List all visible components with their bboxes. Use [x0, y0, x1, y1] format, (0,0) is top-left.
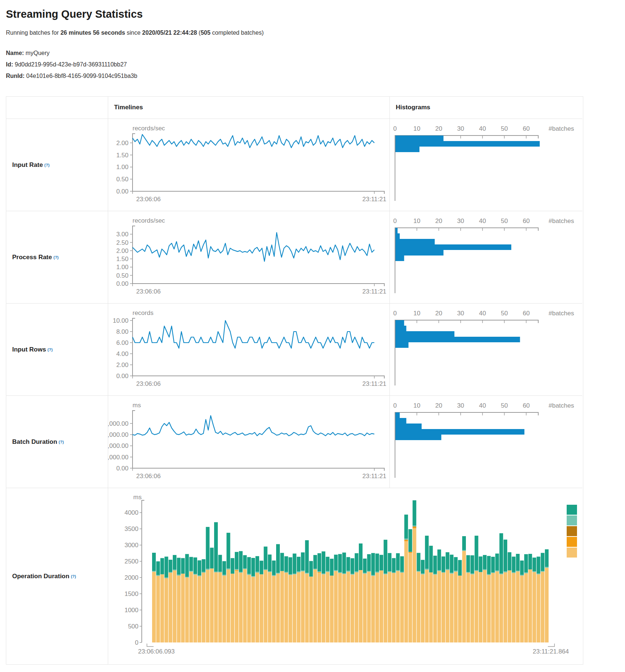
- operation-duration-chart-cell: ms4000350030002500200015001000500023:06:…: [108, 488, 582, 664]
- summary-suffix: completed batches): [210, 30, 264, 36]
- svg-text:0: 0: [393, 310, 396, 317]
- query-id-value: 9d0dd219-995d-423e-b97d-36931110bb27: [15, 61, 127, 68]
- process-rate-timeline: records/sec3.002.502.001.501.000.500.002…: [108, 211, 390, 304]
- batch-duration-timeline-chart: ms4,000.003,000.002,000.001,000.000.0023…: [108, 396, 390, 488]
- svg-text:0.00: 0.00: [116, 465, 128, 472]
- svg-text:2,000.00: 2,000.00: [108, 442, 128, 449]
- completed-batches-count: 505: [200, 30, 210, 36]
- legend-swatch-series-3: [567, 526, 577, 536]
- running-duration: 26 minutes 56 seconds: [61, 30, 125, 36]
- summary-prefix: Running batches for: [6, 30, 61, 36]
- svg-text:0: 0: [135, 639, 138, 646]
- svg-text:60: 60: [523, 310, 530, 317]
- svg-text:0.00: 0.00: [116, 188, 128, 195]
- input-rows-timeline-chart: records10.008.006.004.002.000.0023:06:06…: [108, 304, 390, 396]
- input-rate-histogram-cell: 0102030405060#batches: [390, 119, 582, 211]
- operation-duration-stacked: ms4000350030002500200015001000500023:06:…: [108, 488, 582, 664]
- svg-text:40: 40: [479, 125, 486, 132]
- timelines-column-header: Timelines: [108, 97, 390, 119]
- help-icon[interactable]: (?): [71, 574, 76, 579]
- start-timestamp: 2020/05/21 22:44:28: [142, 30, 197, 36]
- running-batches-summary: Running batches for 26 minutes 56 second…: [6, 30, 619, 36]
- statistics-table: Timelines Histograms Input Rate(?) recor…: [6, 96, 583, 665]
- svg-text:#batches: #batches: [549, 310, 574, 317]
- input-rows-timeline: records10.008.006.004.002.000.0023:06:06…: [108, 304, 390, 396]
- svg-text:0: 0: [393, 402, 396, 409]
- svg-text:3,000.00: 3,000.00: [108, 431, 128, 438]
- svg-text:records/sec: records/sec: [133, 125, 165, 132]
- svg-text:1.50: 1.50: [116, 152, 128, 159]
- svg-text:4,000.00: 4,000.00: [108, 420, 128, 427]
- row-label-batch-duration: Batch Duration(?): [6, 396, 108, 488]
- svg-text:0.50: 0.50: [116, 176, 128, 183]
- input-rows-timeline-cell: records10.008.006.004.002.000.0023:06:06…: [108, 304, 390, 396]
- operation-duration-stacked-chart: ms4000350030002500200015001000500023:06:…: [108, 488, 582, 664]
- query-meta: Name: myQuery Id: 9d0dd219-995d-423e-b97…: [6, 47, 619, 82]
- input-rate-timeline-cell: records/sec2.001.501.000.500.0023:06:062…: [108, 119, 390, 211]
- input-rows-histogram: 0102030405060#batches: [390, 304, 582, 396]
- svg-text:500: 500: [128, 623, 138, 630]
- svg-text:3.00: 3.00: [116, 231, 128, 238]
- help-icon[interactable]: (?): [54, 255, 59, 260]
- svg-text:23:11:21.864: 23:11:21.864: [533, 648, 569, 655]
- svg-text:40: 40: [479, 402, 486, 409]
- svg-text:3500: 3500: [124, 525, 138, 532]
- process-rate-histogram-cell: 0102030405060#batches: [390, 211, 582, 304]
- batch-duration-histogram: 0102030405060#batches: [390, 396, 582, 488]
- legend-swatch-series-2: [567, 515, 577, 525]
- legend-swatch-series-5: [567, 548, 577, 558]
- svg-text:23:06:06: 23:06:06: [136, 473, 161, 480]
- svg-text:0: 0: [393, 217, 396, 224]
- row-label-input-rate: Input Rate(?): [6, 119, 108, 211]
- row-label-process-rate: Process Rate(?): [6, 211, 108, 304]
- svg-text:0.00: 0.00: [116, 280, 128, 287]
- batch-duration-histogram-chart: 0102030405060#batches: [390, 396, 582, 488]
- corner-header-cell: [6, 97, 108, 119]
- input-rate-timeline-chart: records/sec2.001.501.000.500.0023:06:062…: [108, 119, 390, 211]
- svg-text:0: 0: [393, 125, 396, 132]
- svg-text:1.50: 1.50: [116, 256, 128, 263]
- svg-text:records/sec: records/sec: [133, 217, 165, 224]
- help-icon[interactable]: (?): [48, 347, 53, 352]
- svg-text:30: 30: [457, 310, 464, 317]
- svg-text:50: 50: [501, 310, 508, 317]
- svg-text:1000: 1000: [124, 607, 138, 614]
- legend-swatch-series-1: [567, 505, 577, 515]
- query-name-label: Name:: [6, 50, 24, 56]
- svg-text:50: 50: [501, 125, 508, 132]
- svg-text:2.50: 2.50: [116, 239, 128, 246]
- svg-text:6.00: 6.00: [116, 339, 128, 346]
- batch-duration-histogram-cell: 0102030405060#batches: [390, 396, 582, 488]
- svg-text:ms: ms: [133, 494, 142, 501]
- input-rows-histogram-chart: 0102030405060#batches: [390, 304, 582, 396]
- svg-text:3000: 3000: [124, 542, 138, 549]
- svg-text:2000: 2000: [124, 574, 138, 581]
- input-rate-timeline: records/sec2.001.501.000.500.0023:06:062…: [108, 119, 390, 211]
- input-rows-histogram-cell: 0102030405060#batches: [390, 304, 582, 396]
- summary-since: since: [125, 30, 142, 36]
- svg-text:10.00: 10.00: [113, 317, 128, 324]
- svg-text:1.00: 1.00: [116, 264, 128, 271]
- svg-text:23:11:21: 23:11:21: [363, 380, 387, 387]
- svg-text:#batches: #batches: [549, 125, 574, 132]
- svg-text:23:06:06: 23:06:06: [136, 196, 161, 203]
- svg-text:0.50: 0.50: [116, 272, 128, 279]
- histograms-column-header: Histograms: [390, 97, 582, 119]
- svg-text:40: 40: [479, 217, 486, 224]
- svg-text:10: 10: [413, 217, 420, 224]
- svg-text:30: 30: [457, 125, 464, 132]
- svg-text:50: 50: [501, 402, 508, 409]
- help-icon[interactable]: (?): [59, 440, 64, 444]
- svg-text:1,000.00: 1,000.00: [108, 454, 128, 461]
- query-name-value: myQuery: [25, 50, 49, 56]
- svg-text:4.00: 4.00: [116, 350, 128, 357]
- process-rate-timeline-cell: records/sec3.002.502.001.501.000.500.002…: [108, 211, 390, 304]
- query-id-label: Id:: [6, 61, 13, 68]
- input-rate-histogram: 0102030405060#batches: [390, 119, 582, 211]
- query-id-row: Id: 9d0dd219-995d-423e-b97d-36931110bb27: [6, 59, 619, 70]
- page-title: Streaming Query Statistics: [6, 8, 619, 20]
- svg-text:2.00: 2.00: [116, 140, 128, 147]
- help-icon[interactable]: (?): [44, 163, 49, 167]
- query-runid-label: RunId:: [6, 73, 25, 79]
- svg-text:10: 10: [413, 310, 420, 317]
